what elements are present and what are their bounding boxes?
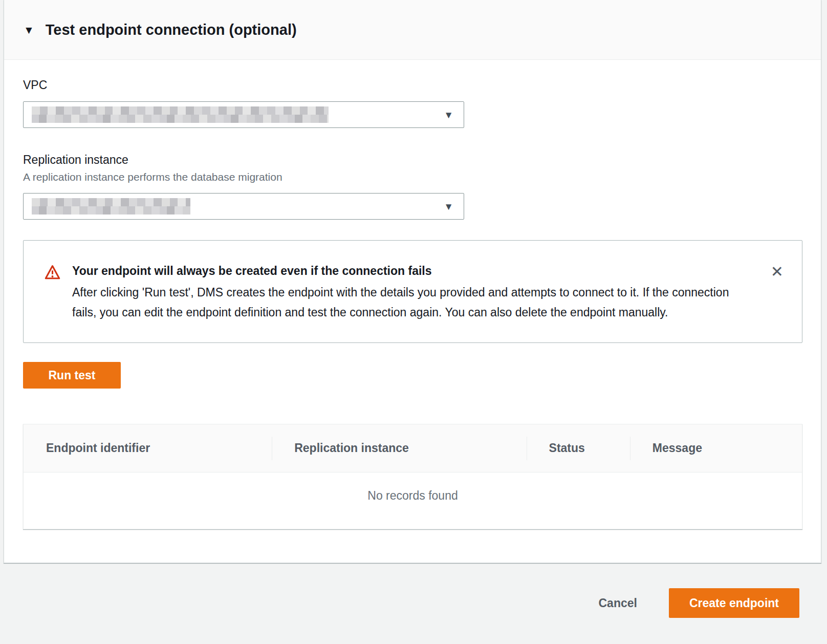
collapse-triangle-icon[interactable]: ▼ (24, 25, 34, 35)
warning-body-text: After clicking 'Run test', DMS creates t… (72, 283, 735, 322)
create-endpoint-button[interactable]: Create endpoint (669, 588, 799, 618)
replication-instance-label: Replication instance (23, 153, 802, 167)
vpc-field-group: VPC ▼ (23, 78, 802, 128)
vpc-label: VPC (23, 78, 802, 92)
table-header-row: Endpoint identifier Replication instance… (24, 424, 802, 473)
connection-results-table: Endpoint identifier Replication instance… (23, 424, 802, 529)
vpc-select[interactable]: ▼ (23, 101, 464, 128)
footer-actions: Cancel Create endpoint (598, 588, 799, 618)
column-header-endpoint-identifier: Endpoint identifier (24, 441, 272, 455)
section-title: Test endpoint connection (optional) (46, 22, 297, 38)
chevron-down-icon: ▼ (444, 110, 453, 120)
test-endpoint-connection-panel: ▼ Test endpoint connection (optional) VP… (4, 0, 821, 563)
section-body: VPC ▼ Replication instance A replication… (4, 60, 821, 529)
replication-instance-select[interactable]: ▼ (23, 193, 464, 220)
run-test-button[interactable]: Run test (23, 362, 121, 389)
close-icon[interactable]: ✕ (771, 264, 784, 280)
table-empty-state: No records found (24, 473, 802, 529)
section-header[interactable]: ▼ Test endpoint connection (optional) (4, 0, 821, 60)
page: ▼ Test endpoint connection (optional) VP… (0, 0, 827, 644)
warning-content: Your endpoint will always be created eve… (72, 263, 760, 322)
vpc-selected-value-redacted (32, 106, 329, 123)
replication-instance-selected-value-redacted (32, 198, 190, 214)
cancel-button[interactable]: Cancel (598, 596, 637, 610)
replication-instance-description: A replication instance performs the data… (23, 170, 802, 184)
warning-triangle-icon (44, 264, 61, 282)
chevron-down-icon: ▼ (444, 202, 453, 211)
warning-title: Your endpoint will always be created eve… (72, 263, 760, 278)
column-header-replication-instance: Replication instance (272, 441, 526, 455)
column-header-message: Message (630, 441, 802, 455)
replication-instance-field-group: Replication instance A replication insta… (23, 153, 802, 220)
column-header-status: Status (527, 441, 630, 455)
warning-alert: Your endpoint will always be created eve… (23, 240, 802, 343)
